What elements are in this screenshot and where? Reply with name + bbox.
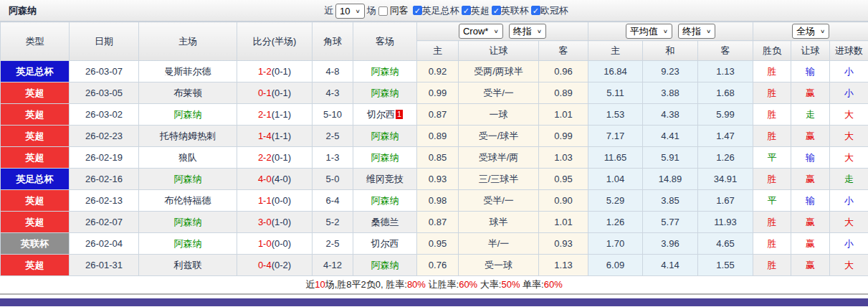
same-away-label: 同客 [390, 4, 409, 17]
result-goals-cell: 大 [830, 212, 868, 233]
match-row: 英超26-02-07阿森纳3-0(1-0)5-2桑德兰0.87球半1.011.2… [1, 212, 868, 233]
score-cell[interactable]: 1-0(0-0) [237, 233, 313, 255]
away-team-cell[interactable]: 桑德兰 [353, 212, 417, 233]
odds-time-select[interactable]: 终指 ∨ [509, 24, 546, 39]
home-team-cell[interactable]: 布伦特福德 [139, 190, 237, 212]
league-checkbox-label: 英超 [471, 5, 490, 16]
odds-group-header: Crow* ∨ 终指 ∨ [417, 22, 588, 41]
avg-draw-cell: 14.89 [643, 169, 698, 190]
same-away-checkbox[interactable] [378, 6, 388, 16]
result-goals-cell: 小 [830, 233, 868, 255]
home-team-cell[interactable]: 利兹联 [139, 255, 237, 276]
odds-home-cell: 0.76 [417, 255, 459, 276]
avg-away-cell: 1.67 [698, 190, 753, 212]
odds-home-cell: 0.95 [417, 233, 459, 255]
league-checkbox[interactable]: ✓ [531, 6, 540, 15]
date-cell: 26-02-16 [70, 169, 139, 190]
result-goals-cell: 小 [830, 61, 868, 82]
scope-select[interactable]: 全场 ∨ [792, 24, 829, 39]
odds-away-cell: 0.89 [539, 82, 588, 104]
chevron-down-icon: ∨ [355, 8, 360, 14]
avg-source-select[interactable]: 平均值 ∨ [626, 24, 672, 39]
avg-away-cell: 1.47 [698, 126, 753, 147]
handicap-cell: 球半 [459, 212, 539, 233]
match-row: 英足总杯26-02-16阿森纳4-0(4-0)5-0维冈竞技0.93三/三球半0… [1, 169, 868, 190]
odds-away-cell: 0.96 [539, 61, 588, 82]
home-team-cell[interactable]: 布莱顿 [139, 82, 237, 104]
match-row: 英超26-03-02阿森纳2-1(1-1)5-10切尔西10.87一球1.011… [1, 104, 868, 126]
summary-segment: 单率: [520, 279, 543, 290]
avg-time-select[interactable]: 终指 ∨ [678, 24, 715, 39]
league-checkbox[interactable]: ✓ [413, 6, 422, 15]
chevron-down-icon: ∨ [663, 28, 668, 34]
avg-draw-cell: 9.23 [643, 61, 698, 82]
odds-away-cell: 1.13 [539, 255, 588, 276]
score-cell[interactable]: 1-2(0-1) [237, 61, 313, 82]
match-count-select[interactable]: 10 ∨ [335, 4, 365, 19]
result-goals-cell: 大 [830, 147, 868, 169]
corner-cell: 4-8 [313, 61, 353, 82]
col-header-date: 日期 [70, 22, 139, 61]
away-team-cell[interactable]: 切尔西1 [353, 104, 417, 126]
corner-cell: 1-3 [313, 147, 353, 169]
result-outcome-cell: 胜 [753, 169, 791, 190]
corner-cell: 2-5 [313, 126, 353, 147]
away-team-cell[interactable]: 阿森纳 [353, 255, 417, 276]
home-team-cell[interactable]: 阿森纳 [139, 169, 237, 190]
corner-cell: 5-2 [313, 212, 353, 233]
league-checkbox-label: 英联杯 [501, 5, 529, 16]
score-cell[interactable]: 0-4(0-2) [237, 255, 313, 276]
handicap-cell: 受一球 [459, 255, 539, 276]
home-team-cell[interactable]: 曼斯菲尔德 [139, 61, 237, 82]
result-goals-cell: 小 [830, 190, 868, 212]
score-cell[interactable]: 2-2(0-1) [237, 147, 313, 169]
away-team-cell[interactable]: 切尔西 [353, 233, 417, 255]
handicap-cell: 受球半/两 [459, 147, 539, 169]
odds-away-cell: 0.95 [539, 169, 588, 190]
avg-away-cell: 1.68 [698, 82, 753, 104]
league-checkbox[interactable]: ✓ [492, 6, 501, 15]
handicap-cell: 受两/两球半 [459, 61, 539, 82]
divider-line [0, 293, 868, 295]
corner-cell: 4-3 [313, 82, 353, 104]
home-team-cell[interactable]: 阿森纳 [139, 212, 237, 233]
away-team-cell[interactable]: 阿森纳 [353, 126, 417, 147]
chevron-down-icon: ∨ [706, 28, 711, 34]
result-handicap-cell: 输 [791, 147, 830, 169]
odds-home-cell: 0.85 [417, 147, 459, 169]
score-cell[interactable]: 0-1(0-1) [237, 82, 313, 104]
away-team-cell[interactable]: 阿森纳 [353, 82, 417, 104]
match-row: 英超26-03-05布莱顿0-1(0-1)4-3阿森纳0.99受半/一0.895… [1, 82, 868, 104]
red-card-badge: 1 [396, 110, 403, 119]
score-cell[interactable]: 2-1(1-1) [237, 104, 313, 126]
avg-draw-cell: 5.91 [643, 147, 698, 169]
score-cell[interactable]: 4-0(4-0) [237, 169, 313, 190]
summary-segment: 场,胜8平2负0, 胜率: [325, 279, 407, 290]
score-cell[interactable]: 3-0(1-0) [237, 212, 313, 233]
home-team-cell[interactable]: 托特纳姆热刺 [139, 126, 237, 147]
avg-draw-cell: 5.77 [643, 212, 698, 233]
sub-header-avg-draw: 和 [643, 41, 698, 61]
score-cell[interactable]: 1-1(0-0) [237, 190, 313, 212]
score-cell[interactable]: 1-4(1-1) [237, 126, 313, 147]
odds-away-cell: 0.99 [539, 126, 588, 147]
away-team-cell[interactable]: 维冈竞技 [353, 169, 417, 190]
handicap-cell: 半/一 [459, 233, 539, 255]
league-checkbox[interactable]: ✓ [462, 6, 471, 15]
away-team-cell[interactable]: 阿森纳 [353, 61, 417, 82]
league-type-cell: 英超 [1, 255, 70, 276]
away-team-cell[interactable]: 阿森纳 [353, 147, 417, 169]
home-team-cell[interactable]: 狼队 [139, 147, 237, 169]
avg-draw-cell: 4.14 [643, 255, 698, 276]
home-team-cell[interactable]: 阿森纳 [139, 104, 237, 126]
league-checkbox-label: 英足总杯 [422, 5, 459, 16]
away-team-cell[interactable]: 阿森纳 [353, 190, 417, 212]
summary-segment: 让胜率: [426, 279, 459, 290]
date-cell: 26-02-04 [70, 233, 139, 255]
odds-source-select[interactable]: Crow* ∨ [459, 24, 503, 39]
corner-cell: 5-10 [313, 104, 353, 126]
home-team-cell[interactable]: 阿森纳 [139, 233, 237, 255]
summary-segment: 60% [544, 279, 563, 290]
summary-segment: 大率: [477, 279, 501, 290]
corner-cell: 2-5 [313, 233, 353, 255]
